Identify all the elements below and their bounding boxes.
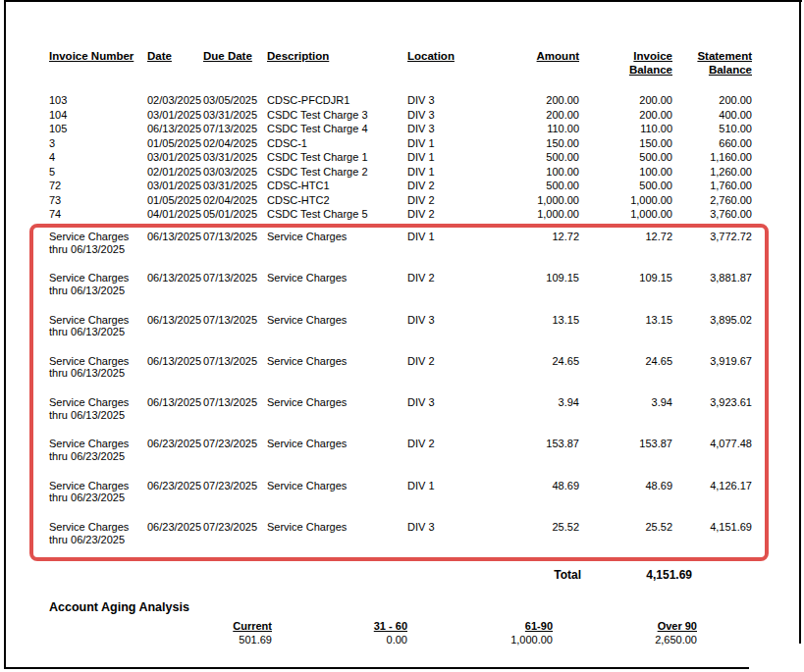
cell-location: DIV 3: [407, 109, 476, 124]
cell-invoice-balance: 200.00: [579, 109, 672, 124]
cell-invoice-number: Service Charges thru 06/23/2025: [49, 438, 147, 479]
cell-amount: 153.87: [476, 438, 579, 479]
cell-date: 06/13/2025: [147, 396, 203, 438]
column-header-date: Date: [147, 49, 203, 77]
cell-description: Service Charges: [267, 314, 407, 355]
column-header-amount: Amount: [476, 49, 579, 77]
aging-column-value: 1,000.00: [425, 633, 553, 647]
cell-date: 02/01/2025: [147, 166, 203, 181]
cell-location: DIV 2: [407, 272, 476, 313]
page-border-left: [4, 0, 6, 669]
cell-due-date: 03/31/2025: [203, 109, 267, 124]
cell-invoice-balance: 110.00: [579, 123, 672, 137]
aging-column: 61-90 1,000.00: [425, 619, 553, 647]
cell-statement-balance: 510.00: [672, 123, 752, 137]
table-row: Service Charges thru 06/23/2025 06/23/20…: [49, 438, 752, 479]
cell-invoice-number: Service Charges thru 06/13/2025: [49, 314, 147, 355]
cell-location: DIV 1: [407, 231, 476, 272]
table-row: 105 06/13/2025 07/13/2025 CSDC Test Char…: [49, 123, 752, 137]
cell-amount: 12.72: [476, 231, 579, 272]
table-row: 3 01/05/2025 02/04/2025 CDSC-1 DIV 1 150…: [49, 137, 752, 152]
cell-due-date: 07/13/2025: [203, 314, 267, 355]
cell-statement-balance: 4,151.69: [672, 521, 752, 562]
cell-amount: 24.65: [476, 355, 579, 396]
cell-date: 03/01/2025: [147, 151, 203, 166]
cell-due-date: 07/13/2025: [203, 396, 267, 438]
cell-amount: 1,000.00: [476, 208, 579, 223]
cell-description: Service Charges: [267, 396, 407, 438]
page-border-bottom: [4, 667, 749, 669]
cell-invoice-balance: 13.15: [579, 314, 672, 355]
cell-location: DIV 2: [407, 438, 476, 479]
cell-amount: 500.00: [476, 151, 579, 166]
table-row: 73 01/05/2025 02/04/2025 CDSC-HTC2 DIV 2…: [49, 194, 752, 209]
cell-date: 06/13/2025: [147, 272, 203, 313]
cell-description: CSDC Test Charge 1: [267, 151, 407, 166]
cell-due-date: 07/23/2025: [203, 438, 267, 479]
aging-column-label: Current: [144, 619, 272, 633]
cell-date: 03/01/2025: [147, 180, 203, 194]
cell-description: CSDC Test Charge 3: [267, 109, 407, 124]
table-header-row: Invoice Number Date Due Date Description…: [49, 49, 752, 77]
cell-date: 01/05/2025: [147, 137, 203, 152]
cell-due-date: 07/13/2025: [203, 272, 267, 313]
page-border-top: [4, 0, 802, 2]
cell-statement-balance: 1,160.00: [672, 151, 752, 166]
cell-date: 06/23/2025: [147, 438, 203, 479]
cell-amount: 150.00: [476, 137, 579, 152]
cell-amount: 200.00: [476, 94, 579, 109]
cell-statement-balance: 3,895.02: [672, 314, 752, 355]
table-row: Service Charges thru 06/13/2025 06/13/20…: [49, 396, 752, 438]
cell-invoice-balance: 48.69: [579, 480, 672, 521]
cell-location: DIV 2: [407, 355, 476, 396]
cell-date: 02/03/2025: [147, 94, 203, 109]
cell-date: 06/13/2025: [147, 231, 203, 272]
aging-column: Over 90 2,650.00: [569, 619, 697, 647]
cell-invoice-balance: 24.65: [579, 355, 672, 396]
cell-amount: 25.52: [476, 521, 579, 562]
column-header-label: Invoice Balance: [629, 49, 672, 77]
column-header-due-date: Due Date: [203, 49, 267, 77]
page-border-right: [799, 0, 801, 644]
cell-description: Service Charges: [267, 355, 407, 396]
service-charge-rows: Service Charges thru 06/13/2025 06/13/20…: [49, 231, 752, 562]
cell-invoice-number: 3: [49, 137, 147, 152]
aging-column-label: 61-90: [425, 619, 553, 633]
cell-invoice-balance: 109.15: [579, 272, 672, 313]
total-value: 4,151.69: [574, 568, 692, 582]
cell-statement-balance: 3,919.67: [672, 355, 752, 396]
cell-invoice-balance: 100.00: [579, 166, 672, 181]
aging-column: 31 - 60 0.00: [280, 619, 407, 647]
table-row: Service Charges thru 06/13/2025 06/13/20…: [49, 231, 752, 272]
table-row: Service Charges thru 06/23/2025 06/23/20…: [49, 480, 752, 521]
cell-statement-balance: 660.00: [672, 137, 752, 152]
column-header-label: Amount: [537, 49, 579, 63]
cell-location: DIV 3: [407, 123, 476, 137]
cell-location: DIV 2: [407, 194, 476, 209]
cell-statement-balance: 3,923.61: [672, 396, 752, 438]
cell-invoice-number: 74: [49, 208, 147, 223]
cell-invoice-number: 103: [49, 94, 147, 109]
table-row: 74 04/01/2025 05/01/2025 CSDC Test Charg…: [49, 208, 752, 223]
column-header-statement-balance: Statement Balance: [672, 49, 752, 77]
cell-statement-balance: 1,760.00: [672, 180, 752, 194]
table-row: Service Charges thru 06/13/2025 06/13/20…: [49, 272, 752, 313]
table-row: 5 02/01/2025 03/03/2025 CSDC Test Charge…: [49, 166, 752, 181]
aging-column-value: 0.00: [280, 633, 407, 647]
column-header-label: Invoice Number: [49, 49, 134, 63]
cell-amount: 13.15: [476, 314, 579, 355]
cell-invoice-number: Service Charges thru 06/13/2025: [49, 272, 147, 313]
cell-invoice-number: 105: [49, 123, 147, 137]
cell-date: 06/23/2025: [147, 480, 203, 521]
column-header-label: Description: [267, 49, 329, 63]
cell-invoice-number: 4: [49, 151, 147, 166]
cell-description: Service Charges: [267, 231, 407, 272]
cell-location: DIV 2: [407, 208, 476, 223]
cell-description: Service Charges: [267, 480, 407, 521]
cell-due-date: 03/05/2025: [203, 94, 267, 109]
cell-description: CSDC Test Charge 2: [267, 166, 407, 181]
aging-column: Current 501.69: [144, 619, 272, 647]
table-row: 103 02/03/2025 03/05/2025 CDSC-PFCDJR1 D…: [49, 94, 752, 109]
cell-description: CSDC Test Charge 5: [267, 208, 407, 223]
cell-location: DIV 1: [407, 480, 476, 521]
